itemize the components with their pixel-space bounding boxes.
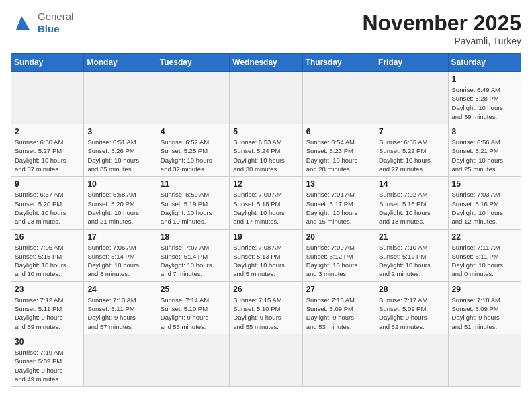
day-cell: 16Sunrise: 7:05 AM Sunset: 5:15 PM Dayli…: [11, 229, 84, 281]
col-header-tuesday: Tuesday: [157, 54, 229, 72]
col-header-wednesday: Wednesday: [230, 54, 302, 72]
day-cell: [84, 72, 157, 124]
day-number: 3: [87, 127, 152, 136]
day-cell: 24Sunrise: 7:13 AM Sunset: 5:11 PM Dayli…: [84, 281, 157, 334]
day-info: Sunrise: 6:59 AM Sunset: 5:19 PM Dayligh…: [161, 190, 226, 226]
week-row-4: 16Sunrise: 7:05 AM Sunset: 5:15 PM Dayli…: [11, 229, 521, 281]
day-info: Sunrise: 6:58 AM Sunset: 5:20 PM Dayligh…: [87, 190, 152, 226]
col-header-saturday: Saturday: [448, 54, 521, 72]
day-number: 18: [161, 232, 226, 242]
day-number: 21: [379, 232, 444, 242]
day-info: Sunrise: 7:19 AM Sunset: 5:09 PM Dayligh…: [15, 348, 80, 383]
week-row-5: 23Sunrise: 7:12 AM Sunset: 5:11 PM Dayli…: [11, 281, 521, 334]
day-info: Sunrise: 6:52 AM Sunset: 5:25 PM Dayligh…: [161, 138, 226, 173]
day-cell: 17Sunrise: 7:06 AM Sunset: 5:14 PM Dayli…: [84, 229, 157, 281]
day-info: Sunrise: 7:08 AM Sunset: 5:13 PM Dayligh…: [233, 243, 298, 279]
col-header-sunday: Sunday: [11, 54, 84, 72]
week-row-3: 9Sunrise: 6:57 AM Sunset: 5:20 PM Daylig…: [11, 177, 521, 229]
day-number: 16: [15, 232, 80, 242]
day-info: Sunrise: 7:05 AM Sunset: 5:15 PM Dayligh…: [15, 243, 80, 279]
day-cell: 19Sunrise: 7:08 AM Sunset: 5:13 PM Dayli…: [230, 229, 302, 281]
day-number: 19: [233, 232, 298, 242]
day-cell: 18Sunrise: 7:07 AM Sunset: 5:14 PM Dayli…: [157, 229, 229, 281]
day-cell: 29Sunrise: 7:18 AM Sunset: 5:09 PM Dayli…: [448, 281, 521, 334]
day-number: 4: [161, 127, 226, 136]
title-block: November 2025 Payamli, Turkey: [362, 11, 521, 46]
day-info: Sunrise: 7:12 AM Sunset: 5:11 PM Dayligh…: [15, 295, 80, 331]
day-cell: 26Sunrise: 7:15 AM Sunset: 5:10 PM Dayli…: [230, 281, 302, 334]
day-cell: 10Sunrise: 6:58 AM Sunset: 5:20 PM Dayli…: [84, 177, 157, 229]
day-number: 27: [306, 285, 371, 294]
day-number: 6: [306, 127, 371, 136]
logo: GeneralBlue: [11, 11, 73, 35]
day-cell: 7Sunrise: 6:55 AM Sunset: 5:22 PM Daylig…: [375, 124, 448, 177]
day-number: 13: [306, 179, 371, 189]
day-info: Sunrise: 7:10 AM Sunset: 5:12 PM Dayligh…: [379, 243, 444, 279]
day-number: 30: [15, 337, 80, 347]
day-info: Sunrise: 7:02 AM Sunset: 5:16 PM Dayligh…: [379, 190, 444, 226]
day-cell: 12Sunrise: 7:00 AM Sunset: 5:18 PM Dayli…: [230, 177, 302, 229]
day-cell: [375, 72, 448, 124]
day-number: 1: [452, 75, 517, 84]
day-cell: 3Sunrise: 6:51 AM Sunset: 5:26 PM Daylig…: [84, 124, 157, 177]
day-info: Sunrise: 7:07 AM Sunset: 5:14 PM Dayligh…: [161, 243, 226, 279]
day-number: 5: [233, 127, 298, 136]
day-number: 10: [87, 179, 152, 189]
week-row-1: 1Sunrise: 6:49 AM Sunset: 5:28 PM Daylig…: [11, 72, 521, 124]
day-cell: [302, 72, 375, 124]
day-cell: 28Sunrise: 7:17 AM Sunset: 5:09 PM Dayli…: [375, 281, 448, 334]
day-cell: 15Sunrise: 7:03 AM Sunset: 5:16 PM Dayli…: [448, 177, 521, 229]
day-info: Sunrise: 7:13 AM Sunset: 5:11 PM Dayligh…: [87, 295, 152, 331]
day-cell: 23Sunrise: 7:12 AM Sunset: 5:11 PM Dayli…: [11, 281, 84, 334]
day-number: 14: [379, 179, 444, 189]
day-info: Sunrise: 6:57 AM Sunset: 5:20 PM Dayligh…: [15, 190, 80, 226]
day-number: 29: [452, 285, 517, 294]
day-info: Sunrise: 6:55 AM Sunset: 5:22 PM Dayligh…: [379, 138, 444, 173]
day-number: 11: [161, 179, 226, 189]
logo-blue-text: Blue: [38, 23, 73, 35]
day-cell: 5Sunrise: 6:53 AM Sunset: 5:24 PM Daylig…: [230, 124, 302, 177]
day-cell: 11Sunrise: 6:59 AM Sunset: 5:19 PM Dayli…: [157, 177, 229, 229]
day-cell: [84, 334, 157, 386]
calendar-table: SundayMondayTuesdayWednesdayThursdayFrid…: [11, 53, 521, 387]
col-header-friday: Friday: [375, 54, 448, 72]
day-number: 15: [452, 179, 517, 189]
week-row-2: 2Sunrise: 6:50 AM Sunset: 5:27 PM Daylig…: [11, 124, 521, 177]
day-info: Sunrise: 7:00 AM Sunset: 5:18 PM Dayligh…: [233, 190, 298, 226]
day-info: Sunrise: 6:54 AM Sunset: 5:23 PM Dayligh…: [306, 138, 371, 173]
day-cell: 4Sunrise: 6:52 AM Sunset: 5:25 PM Daylig…: [157, 124, 229, 177]
day-cell: 8Sunrise: 6:56 AM Sunset: 5:21 PM Daylig…: [448, 124, 521, 177]
month-title: November 2025: [362, 11, 521, 36]
day-info: Sunrise: 7:14 AM Sunset: 5:10 PM Dayligh…: [161, 295, 226, 331]
day-number: 22: [452, 232, 517, 242]
day-cell: 1Sunrise: 6:49 AM Sunset: 5:28 PM Daylig…: [448, 72, 521, 124]
day-info: Sunrise: 7:01 AM Sunset: 5:17 PM Dayligh…: [306, 190, 371, 226]
day-number: 20: [306, 232, 371, 242]
day-cell: 27Sunrise: 7:16 AM Sunset: 5:09 PM Dayli…: [302, 281, 375, 334]
logo-triangle-icon: [11, 11, 32, 32]
day-number: 28: [379, 285, 444, 294]
logo-general-text: General: [38, 11, 73, 23]
day-info: Sunrise: 7:17 AM Sunset: 5:09 PM Dayligh…: [379, 295, 444, 331]
day-info: Sunrise: 7:06 AM Sunset: 5:14 PM Dayligh…: [87, 243, 152, 279]
day-cell: [157, 334, 229, 386]
day-cell: [230, 72, 302, 124]
calendar-header-row: SundayMondayTuesdayWednesdayThursdayFrid…: [11, 54, 521, 72]
day-cell: 13Sunrise: 7:01 AM Sunset: 5:17 PM Dayli…: [302, 177, 375, 229]
day-number: 24: [87, 285, 152, 294]
svg-marker-0: [16, 16, 30, 30]
day-info: Sunrise: 7:11 AM Sunset: 5:11 PM Dayligh…: [452, 243, 517, 279]
day-number: 2: [15, 127, 80, 136]
day-info: Sunrise: 6:53 AM Sunset: 5:24 PM Dayligh…: [233, 138, 298, 173]
page-header: GeneralBlue November 2025 Payamli, Turke…: [11, 11, 521, 46]
day-number: 23: [15, 285, 80, 294]
day-cell: 20Sunrise: 7:09 AM Sunset: 5:12 PM Dayli…: [302, 229, 375, 281]
col-header-thursday: Thursday: [302, 54, 375, 72]
day-cell: 22Sunrise: 7:11 AM Sunset: 5:11 PM Dayli…: [448, 229, 521, 281]
day-info: Sunrise: 7:09 AM Sunset: 5:12 PM Dayligh…: [306, 243, 371, 279]
day-cell: [157, 72, 229, 124]
day-number: 7: [379, 127, 444, 136]
day-info: Sunrise: 7:18 AM Sunset: 5:09 PM Dayligh…: [452, 295, 517, 331]
day-cell: 21Sunrise: 7:10 AM Sunset: 5:12 PM Dayli…: [375, 229, 448, 281]
day-cell: [230, 334, 302, 386]
